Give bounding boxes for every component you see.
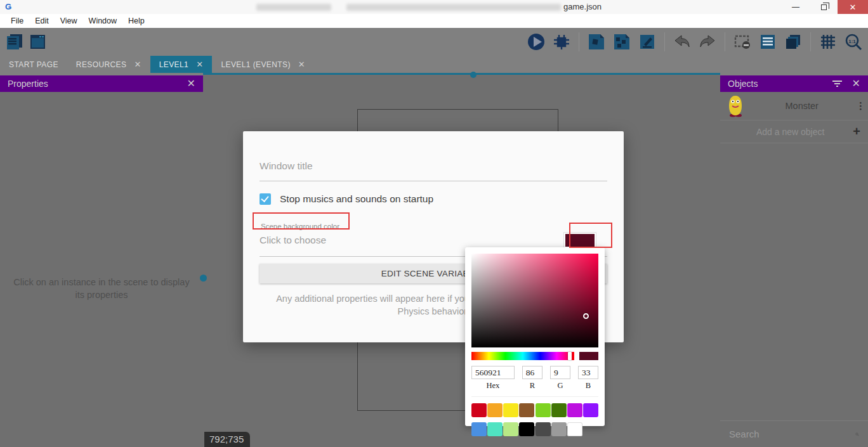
- horizontal-scroll-handle[interactable]: [470, 72, 477, 78]
- horizontal-scroll-track[interactable]: [203, 73, 720, 75]
- red-label: R: [530, 381, 535, 391]
- add-object-label: Add a new object: [728, 127, 853, 137]
- grid-icon[interactable]: [819, 32, 838, 51]
- color-picker-popup: Hex R G B: [465, 247, 605, 426]
- preset-color-swatch[interactable]: [487, 422, 503, 436]
- saturation-area[interactable]: [471, 254, 598, 347]
- minimize-button[interactable]: —: [782, 0, 810, 14]
- vertical-scroll-handle[interactable]: [200, 275, 207, 282]
- tab-level1[interactable]: LEVEL1✕: [150, 56, 213, 73]
- object-menu-icon[interactable]: ●●●: [859, 101, 862, 111]
- tab-resources[interactable]: RESOURCES✕: [67, 56, 150, 73]
- toolbar-separator: [810, 32, 811, 51]
- preset-color-swatch[interactable]: [536, 403, 551, 417]
- close-button[interactable]: ✕: [838, 0, 868, 14]
- project-manager-icon[interactable]: [5, 32, 24, 51]
- monster-sprite-icon: [727, 94, 744, 117]
- preset-color-swatch[interactable]: [471, 422, 487, 436]
- tab-close-icon[interactable]: ✕: [298, 60, 305, 69]
- preset-color-swatch[interactable]: [519, 403, 534, 417]
- close-icon[interactable]: ✕: [187, 79, 195, 89]
- toolbar-separator: [579, 32, 579, 51]
- tab-level1-events[interactable]: LEVEL1 (EVENTS)✕: [212, 56, 314, 73]
- saturation-cursor[interactable]: [583, 313, 589, 319]
- search-icon: [855, 428, 859, 441]
- toolbar-separator: [725, 32, 725, 51]
- restore-icon: [821, 4, 827, 10]
- hue-slider-handle[interactable]: [568, 352, 572, 360]
- play-icon[interactable]: [527, 32, 546, 51]
- color-value-fields: Hex R G B: [471, 366, 598, 391]
- swatch-grid: [471, 396, 598, 436]
- objects-panel: Objects ✕ Monster ●●● Add a new object +: [720, 75, 868, 447]
- tab-label: START PAGE: [9, 60, 58, 69]
- properties-panel: Properties ✕ Click on an instance in the…: [0, 75, 203, 447]
- preset-color-swatch[interactable]: [503, 422, 518, 436]
- tab-start-page[interactable]: START PAGE: [0, 56, 67, 73]
- preset-color-swatch[interactable]: [551, 403, 567, 417]
- menu-help[interactable]: Help: [122, 14, 150, 28]
- object-list-item-monster[interactable]: Monster ●●●: [720, 92, 868, 120]
- preset-color-swatch[interactable]: [551, 422, 567, 436]
- gdevelop-logo-icon: Ǥ: [3, 2, 13, 12]
- add-instances-icon[interactable]: [612, 32, 631, 51]
- tab-close-icon[interactable]: ✕: [196, 60, 203, 69]
- close-icon[interactable]: ✕: [852, 79, 860, 89]
- blue-label: B: [586, 381, 591, 391]
- menu-file[interactable]: File: [5, 14, 29, 28]
- hex-input[interactable]: [471, 366, 515, 379]
- window-controls: — ✕: [782, 0, 868, 14]
- green-input[interactable]: [550, 366, 570, 379]
- hue-slider[interactable]: [471, 352, 574, 360]
- scene-bg-color-label: Scene background color: [260, 223, 607, 230]
- scene-bg-color-swatch[interactable]: [564, 233, 596, 248]
- red-input[interactable]: [522, 366, 542, 379]
- debug-icon[interactable]: [552, 32, 571, 51]
- tab-label: LEVEL1: [159, 60, 188, 69]
- edit-scene-icon[interactable]: [638, 32, 657, 51]
- search-input[interactable]: [729, 429, 855, 439]
- object-name: Monster: [744, 101, 859, 111]
- redacted-path: [346, 4, 561, 11]
- delete-selection-icon[interactable]: [733, 32, 752, 51]
- window-title-field[interactable]: Window title: [260, 160, 607, 181]
- objects-panel-title: Objects: [728, 79, 758, 89]
- menu-window[interactable]: Window: [83, 14, 122, 28]
- add-object-row[interactable]: Add a new object +: [720, 120, 868, 143]
- tab-close-icon[interactable]: ✕: [134, 60, 141, 69]
- menu-edit[interactable]: Edit: [29, 14, 55, 28]
- tab-label: RESOURCES: [76, 60, 127, 69]
- tab-label: LEVEL1 (EVENTS): [221, 60, 290, 69]
- preset-color-swatch[interactable]: [567, 403, 582, 417]
- undo-icon[interactable]: [673, 32, 692, 51]
- objects-list-icon[interactable]: [758, 32, 777, 51]
- filter-icon[interactable]: [832, 79, 843, 88]
- title-bar: Ǥ game.json — ✕: [0, 0, 868, 14]
- stop-sounds-row[interactable]: Stop musics and sounds on startup: [260, 193, 607, 205]
- preset-color-swatch[interactable]: [567, 422, 582, 436]
- add-object-icon[interactable]: [587, 32, 606, 51]
- toolbar-separator: [664, 32, 665, 51]
- toolbar: 1:1: [0, 28, 868, 56]
- checkbox-checked-icon[interactable]: [260, 193, 271, 205]
- preset-color-swatch[interactable]: [519, 422, 534, 436]
- preset-color-swatch[interactable]: [536, 422, 551, 436]
- redacted-path: [256, 4, 331, 11]
- preset-color-swatch[interactable]: [583, 403, 598, 417]
- svg-text:1:1: 1:1: [848, 39, 856, 44]
- blue-input[interactable]: [578, 366, 598, 379]
- cursor-coordinates-badge: 792;735: [204, 432, 250, 447]
- properties-empty-message: Click on an instance in the scene to dis…: [0, 276, 203, 301]
- preset-color-swatch[interactable]: [471, 403, 487, 417]
- green-label: G: [557, 381, 563, 391]
- layers-icon[interactable]: [784, 32, 803, 51]
- restore-button[interactable]: [810, 0, 838, 14]
- preset-color-swatch[interactable]: [503, 403, 518, 417]
- preset-color-swatch[interactable]: [487, 403, 503, 417]
- menu-view[interactable]: View: [55, 14, 83, 28]
- zoom-1-1-icon[interactable]: 1:1: [844, 32, 863, 51]
- start-page-icon[interactable]: [28, 32, 47, 51]
- menu-bar: File Edit View Window Help: [0, 14, 868, 28]
- redo-icon[interactable]: [698, 32, 717, 51]
- properties-panel-title: Properties: [8, 79, 48, 89]
